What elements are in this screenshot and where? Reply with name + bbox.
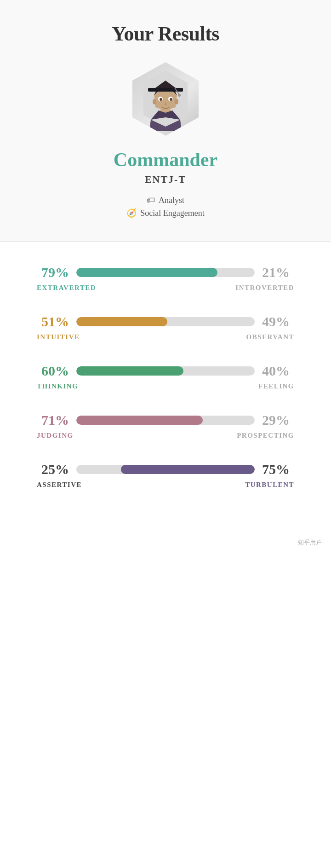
trait-bar-thinking <box>76 366 255 376</box>
trait-labels-intuitive: INTUITIVEOBSERVANT <box>37 333 294 341</box>
trait-percent-right-thinking: 40% <box>262 363 294 379</box>
trait-bar-extraverted <box>76 268 255 277</box>
svg-point-14 <box>153 99 156 104</box>
trait-bar-fill-turbulent <box>121 465 255 474</box>
trait-bar-fill-extraverted <box>76 268 217 277</box>
tags: 🏷 Analyst 🧭 Social Engagement <box>126 196 204 218</box>
trait-bar-row-extraverted: 79%21% <box>37 265 294 280</box>
trait-labels-extraverted: EXTRAVERTEDINTROVERTED <box>37 284 294 292</box>
trait-percent-left-judging: 71% <box>37 412 69 428</box>
svg-point-8 <box>178 94 181 97</box>
role-tag: 🏷 Analyst <box>147 196 184 205</box>
avatar-illustration <box>133 67 198 131</box>
strategy-icon: 🧭 <box>126 208 137 218</box>
trait-bar-row-intuitive: 51%49% <box>37 314 294 330</box>
strategy-tag: 🧭 Social Engagement <box>126 208 204 218</box>
trait-percent-left-thinking: 60% <box>37 363 69 379</box>
trait-bar-fill-intuitive <box>76 317 167 326</box>
trait-row-turbulent: 25%75%ASSERTIVETURBULENT <box>37 462 294 489</box>
trait-bar-row-judging: 71%29% <box>37 412 294 428</box>
trait-percent-right-turbulent: 75% <box>262 462 294 477</box>
trait-bar-judging <box>76 416 255 425</box>
trait-percent-right-intuitive: 49% <box>262 314 294 330</box>
role-label: Analyst <box>159 196 184 205</box>
trait-bar-turbulent <box>76 465 255 474</box>
avatar <box>129 62 202 136</box>
top-section: Your Results <box>0 0 331 242</box>
svg-point-11 <box>160 98 162 101</box>
trait-label-left-judging: JUDGING <box>37 432 74 440</box>
trait-bar-row-thinking: 60%40% <box>37 363 294 379</box>
trait-bar-fill-thinking <box>76 366 183 376</box>
trait-row-judging: 71%29%JUDGINGPROSPECTING <box>37 412 294 440</box>
trait-bar-fill-judging <box>76 416 203 425</box>
page-title: Your Results <box>112 22 219 46</box>
svg-point-15 <box>175 99 178 104</box>
trait-row-extraverted: 79%21%EXTRAVERTEDINTROVERTED <box>37 265 294 292</box>
traits-section: 79%21%EXTRAVERTEDINTROVERTED51%49%INTUIT… <box>0 242 331 538</box>
trait-bar-intuitive <box>76 317 255 326</box>
trait-label-right-judging: PROSPECTING <box>237 432 294 440</box>
trait-percent-left-intuitive: 51% <box>37 314 69 330</box>
trait-label-right-intuitive: OBSERVANT <box>246 333 294 341</box>
trait-percent-left-turbulent: 25% <box>37 462 69 477</box>
strategy-label: Social Engagement <box>140 208 204 218</box>
trait-labels-thinking: THINKINGFEELING <box>37 382 294 390</box>
watermark: 知乎用户 <box>0 538 331 556</box>
trait-label-left-thinking: THINKING <box>37 382 78 390</box>
trait-label-left-extraverted: EXTRAVERTED <box>37 284 96 292</box>
personality-name: Commander <box>114 149 217 171</box>
trait-labels-turbulent: ASSERTIVETURBULENT <box>37 481 294 489</box>
trait-row-intuitive: 51%49%INTUITIVEOBSERVANT <box>37 314 294 341</box>
trait-percent-right-extraverted: 21% <box>262 265 294 280</box>
trait-percent-left-extraverted: 79% <box>37 265 69 280</box>
trait-label-left-turbulent: ASSERTIVE <box>37 481 82 489</box>
trait-bar-row-turbulent: 25%75% <box>37 462 294 477</box>
trait-label-right-turbulent: TURBULENT <box>245 481 294 489</box>
trait-labels-judging: JUDGINGPROSPECTING <box>37 432 294 440</box>
trait-label-right-extraverted: INTROVERTED <box>235 284 294 292</box>
avatar-hexagon <box>129 62 202 136</box>
trait-percent-right-judging: 29% <box>262 412 294 428</box>
svg-point-12 <box>170 98 172 101</box>
personality-code: ENTJ-T <box>145 174 186 185</box>
trait-label-left-intuitive: INTUITIVE <box>37 333 80 341</box>
trait-label-right-thinking: FEELING <box>258 382 294 390</box>
trait-row-thinking: 60%40%THINKINGFEELING <box>37 363 294 390</box>
role-icon: 🏷 <box>147 196 155 205</box>
svg-rect-5 <box>148 88 183 92</box>
